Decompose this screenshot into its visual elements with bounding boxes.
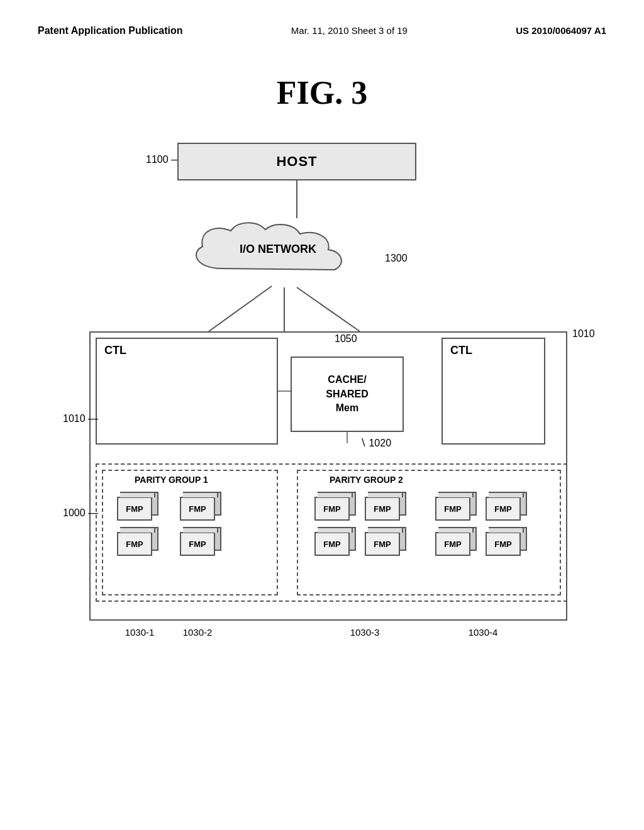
svg-line-1 <box>209 286 272 331</box>
host-box: HOST <box>177 143 416 180</box>
fmp-top <box>120 492 155 497</box>
fmp-top <box>489 492 524 497</box>
fmp-unit: FMP <box>486 497 521 521</box>
ctl-left-label: CTL <box>104 344 126 357</box>
label-1020: ∖ 1020 <box>360 437 391 449</box>
fmp-top <box>368 492 403 497</box>
fmp-top <box>438 527 474 533</box>
fmp-top <box>183 492 218 497</box>
cache-label: CACHE/SHAREDMem <box>326 373 369 415</box>
fmp-top <box>120 527 155 533</box>
figure-title: FIG. 3 <box>0 74 644 111</box>
fmp-unit: FMP <box>180 532 215 556</box>
fmp-stack-1030-2: FMP FMP <box>180 492 225 560</box>
label-1010-left: 1010 — <box>63 413 98 424</box>
publication-type: Patent Application Publication <box>38 25 183 36</box>
label-1030-2: 1030-2 <box>175 627 220 638</box>
label-1300: 1300 <box>385 253 408 264</box>
svg-line-3 <box>297 287 360 331</box>
fmp-unit: FMP <box>117 532 152 556</box>
fmp-top <box>368 527 403 533</box>
fmp-top <box>318 492 353 497</box>
fmp-unit: FMP <box>314 497 350 521</box>
fmp-top <box>489 527 524 533</box>
label-1050: 1050 <box>335 333 357 345</box>
diagram: 1100 — HOST I/O NETWORK 1300 1010 CTL CT… <box>52 143 592 740</box>
fmp-top <box>438 492 474 497</box>
fmp-stack-1030-3-left: FMP FMP <box>314 492 360 560</box>
parity-group-2-label: PARITY GROUP 2 <box>330 475 403 485</box>
label-1030-1: 1030-1 <box>117 627 162 638</box>
ctl-left-box: CTL <box>96 338 278 445</box>
fmp-unit: FMP <box>365 532 400 556</box>
parity-group-1-label: PARITY GROUP 1 <box>135 475 208 485</box>
patent-number: US 2010/0064097 A1 <box>516 25 606 36</box>
fmp-top <box>183 527 218 533</box>
fmp-unit: FMP <box>314 532 350 556</box>
fmp-unit: FMP <box>117 497 152 521</box>
fmp-unit: FMP <box>435 497 470 521</box>
ctl-right-label: CTL <box>450 344 472 357</box>
fmp-unit: FMP <box>365 497 400 521</box>
fmp-unit: FMP <box>486 532 521 556</box>
date-sheet-info: Mar. 11, 2010 Sheet 3 of 19 <box>291 25 408 36</box>
cache-box: CACHE/SHAREDMem <box>291 357 404 432</box>
label-1000: 1000 — <box>63 507 98 519</box>
svg-text:I/O NETWORK: I/O NETWORK <box>240 243 316 255</box>
label-1010-top: 1010 <box>572 328 595 340</box>
host-label: HOST <box>276 153 317 170</box>
fmp-unit: FMP <box>180 497 215 521</box>
label-1030-4: 1030-4 <box>439 627 527 638</box>
label-1100: 1100 — <box>146 154 181 165</box>
fmp-unit: FMP <box>435 532 470 556</box>
fmp-stack-1030-4-right: FMP FMP <box>486 492 531 560</box>
page-header: Patent Application Publication Mar. 11, … <box>0 0 644 36</box>
ctl-right-box: CTL <box>441 338 545 445</box>
io-network-cloud: I/O NETWORK <box>184 218 372 287</box>
fmp-stack-1030-1: FMP FMP <box>117 492 162 560</box>
fmp-stack-1030-3-right: FMP FMP <box>365 492 410 560</box>
fmp-stack-1030-4-left: FMP FMP <box>435 492 480 560</box>
label-1030-3: 1030-3 <box>321 627 409 638</box>
fmp-top <box>318 527 353 533</box>
